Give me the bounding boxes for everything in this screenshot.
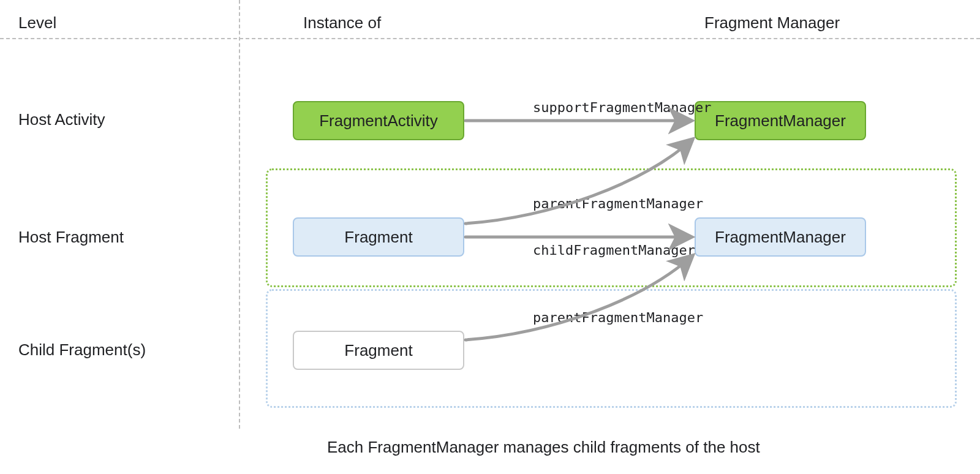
edge-label-parent-fragment-manager-2: parentFragmentManager [533, 310, 703, 325]
row-label-host-fragment: Host Fragment [18, 228, 124, 247]
row-label-child-fragments: Child Fragment(s) [18, 340, 146, 359]
divider-vertical [239, 0, 240, 429]
edge-label-parent-fragment-manager-1: parentFragmentManager [533, 196, 703, 211]
diagram-stage: Level Instance of Fragment Manager Host … [0, 0, 980, 474]
node-host-fragment-manager: FragmentManager [695, 217, 866, 257]
node-fragment-activity: FragmentActivity [293, 101, 464, 140]
divider-horizontal [0, 38, 980, 39]
node-child-fragment: Fragment [293, 331, 464, 370]
diagram-caption: Each FragmentManager manages child fragm… [327, 438, 760, 457]
header-fragment-manager: Fragment Manager [704, 13, 840, 32]
row-label-host-activity: Host Activity [18, 110, 105, 129]
edge-label-support-fragment-manager: supportFragmentManager [533, 100, 711, 115]
header-instance-of: Instance of [303, 13, 381, 32]
header-level: Level [18, 13, 56, 32]
node-host-fragment: Fragment [293, 217, 464, 257]
edge-label-child-fragment-manager: childFragmentManager [533, 243, 695, 258]
node-activity-fragment-manager: FragmentManager [695, 101, 866, 140]
